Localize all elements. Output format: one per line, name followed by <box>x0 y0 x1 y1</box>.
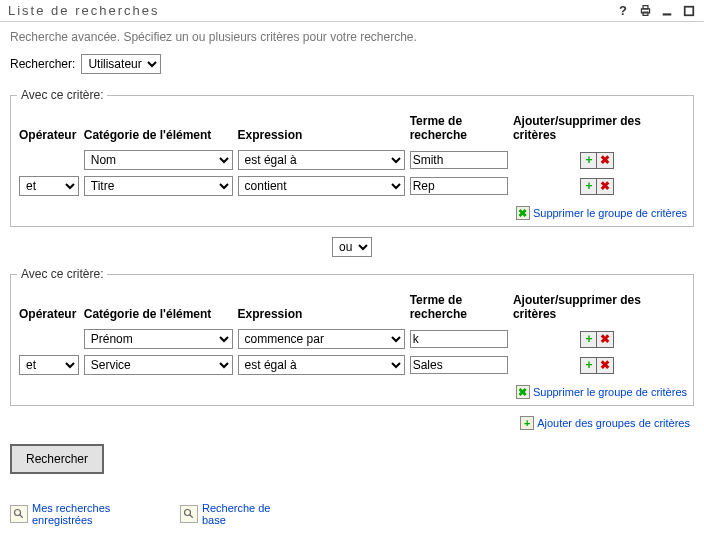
header-term: Terme de recherche <box>410 114 511 146</box>
between-operator-select[interactable]: ou <box>332 237 372 257</box>
search-entity-select[interactable]: Utilisateur <box>81 54 161 74</box>
saved-searches-icon <box>10 505 28 523</box>
term-input[interactable] <box>410 151 508 169</box>
search-button-row: Rechercher <box>0 436 704 482</box>
remove-group-link[interactable]: ✖ Supprimer le groupe de critères <box>17 379 687 399</box>
criteria-table-1: Opérateur Catégorie de l'élément Express… <box>17 112 687 200</box>
svg-rect-2 <box>643 12 648 15</box>
svg-line-8 <box>190 515 193 518</box>
search-label: Rechercher: <box>10 57 75 71</box>
add-group-row: + Ajouter des groupes de critères <box>0 410 704 436</box>
print-icon[interactable] <box>638 4 652 18</box>
svg-point-5 <box>15 510 21 516</box>
subtitle-text: Recherche avancée. Spécifiez un ou plusi… <box>0 22 704 52</box>
term-input[interactable] <box>410 330 508 348</box>
svg-rect-4 <box>685 6 694 15</box>
criteria-row: et Service est égal à +✖ <box>19 353 685 377</box>
operator-select[interactable]: et <box>19 176 79 196</box>
header-actions: Ajouter/supprimer des critères <box>513 114 685 146</box>
term-input[interactable] <box>410 177 508 195</box>
add-criteria-icon[interactable]: + <box>581 153 597 168</box>
svg-line-6 <box>20 515 23 518</box>
term-input[interactable] <box>410 356 508 374</box>
add-remove-criteria: +✖ <box>580 152 614 169</box>
footer-links: Mes recherches enregistrées Recherche de… <box>0 482 704 534</box>
criteria-group-1: Avec ce critère: Opérateur Catégorie de … <box>10 88 694 227</box>
group-legend: Avec ce critère: <box>17 267 107 281</box>
header-category: Catégorie de l'élément <box>84 114 236 146</box>
basic-search-icon <box>180 505 198 523</box>
header-expression: Expression <box>238 114 408 146</box>
header-expression: Expression <box>238 293 408 325</box>
header-operator: Opérateur <box>19 114 82 146</box>
search-button[interactable]: Rechercher <box>10 444 104 474</box>
minimize-icon[interactable] <box>660 4 674 18</box>
header-operator: Opérateur <box>19 293 82 325</box>
header-actions: Ajouter/supprimer des critères <box>513 293 685 325</box>
operator-select[interactable]: et <box>19 355 79 375</box>
header-category: Catégorie de l'élément <box>84 293 236 325</box>
remove-criteria-icon[interactable]: ✖ <box>597 179 613 194</box>
add-criteria-icon[interactable]: + <box>581 179 597 194</box>
remove-group-icon: ✖ <box>516 206 530 220</box>
add-remove-criteria: +✖ <box>580 357 614 374</box>
category-select[interactable]: Prénom <box>84 329 233 349</box>
category-select[interactable]: Service <box>84 355 233 375</box>
group-legend: Avec ce critère: <box>17 88 107 102</box>
add-group-icon: + <box>520 416 534 430</box>
svg-point-7 <box>185 510 191 516</box>
add-group-link[interactable]: + Ajouter des groupes de critères <box>520 416 690 430</box>
between-operator-row: ou <box>0 231 704 263</box>
remove-criteria-icon[interactable]: ✖ <box>597 153 613 168</box>
criteria-row: Prénom commence par +✖ <box>19 327 685 351</box>
expression-select[interactable]: est égal à <box>238 150 405 170</box>
category-select[interactable]: Nom <box>84 150 233 170</box>
criteria-group-2: Avec ce critère: Opérateur Catégorie de … <box>10 267 694 406</box>
add-remove-criteria: +✖ <box>580 331 614 348</box>
criteria-row: Nom est égal à +✖ <box>19 148 685 172</box>
criteria-row: et Titre contient +✖ <box>19 174 685 198</box>
titlebar-controls: ? <box>616 4 696 18</box>
remove-group-icon: ✖ <box>516 385 530 399</box>
search-entity-row: Rechercher: Utilisateur <box>0 52 704 84</box>
criteria-table-2: Opérateur Catégorie de l'élément Express… <box>17 291 687 379</box>
expression-select[interactable]: contient <box>238 176 405 196</box>
help-icon[interactable]: ? <box>616 4 630 18</box>
window-title: Liste de recherches <box>8 3 616 18</box>
maximize-icon[interactable] <box>682 4 696 18</box>
remove-group-link[interactable]: ✖ Supprimer le groupe de critères <box>17 200 687 220</box>
add-remove-criteria: +✖ <box>580 178 614 195</box>
add-criteria-icon[interactable]: + <box>581 358 597 373</box>
expression-select[interactable]: commence par <box>238 329 405 349</box>
category-select[interactable]: Titre <box>84 176 233 196</box>
svg-rect-1 <box>643 6 648 9</box>
saved-searches-link[interactable]: Mes recherches enregistrées <box>10 502 120 526</box>
add-criteria-icon[interactable]: + <box>581 332 597 347</box>
remove-criteria-icon[interactable]: ✖ <box>597 358 613 373</box>
basic-search-link[interactable]: Recherche de base <box>180 502 290 526</box>
expression-select[interactable]: est égal à <box>238 355 405 375</box>
remove-criteria-icon[interactable]: ✖ <box>597 332 613 347</box>
titlebar: Liste de recherches ? <box>0 0 704 22</box>
header-term: Terme de recherche <box>410 293 511 325</box>
